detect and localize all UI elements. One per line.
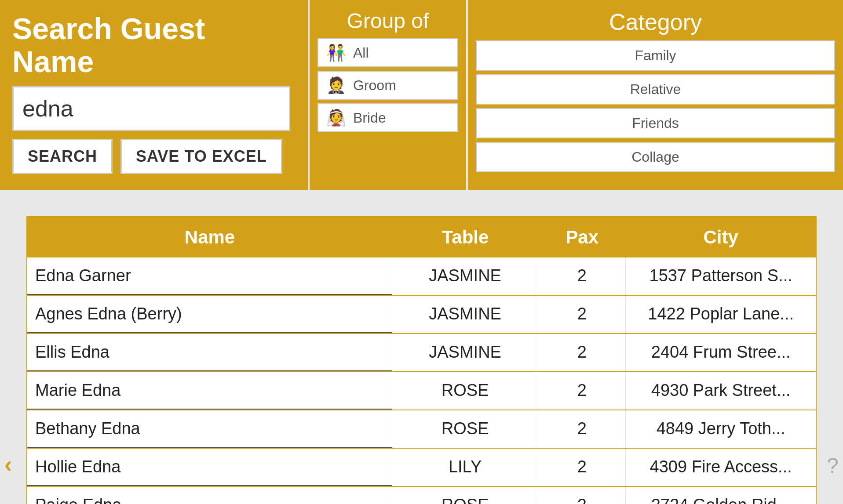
search-input[interactable]: [12, 86, 290, 131]
col-header-name: Name: [27, 217, 392, 257]
cell-table: ROSE: [392, 410, 538, 448]
category-panel: Category Family Relative Friends Collage: [466, 0, 843, 190]
category-friends-button[interactable]: Friends: [476, 108, 835, 138]
group-bride-label: Bride: [353, 110, 386, 126]
cell-table: LILY: [392, 449, 538, 486]
table-row[interactable]: Edna Garner JASMINE 2 1537 Patterson S..…: [27, 257, 816, 296]
cell-name: Hollie Edna: [27, 449, 392, 486]
cell-pax: 2: [538, 296, 626, 333]
cell-pax: 2: [538, 449, 626, 486]
top-section: Search Guest Name SEARCH SAVE TO EXCEL G…: [0, 0, 843, 190]
category-title: Category: [476, 9, 835, 35]
cell-table: JASMINE: [392, 296, 538, 333]
table-row[interactable]: Hollie Edna LILY 2 4309 Fire Access...: [27, 449, 816, 487]
cell-table: ROSE: [392, 487, 538, 504]
table-row[interactable]: Marie Edna ROSE 2 4930 Park Street...: [27, 372, 816, 410]
all-icon: 👫: [326, 44, 346, 62]
cell-name: Bethany Edna: [27, 410, 392, 448]
cell-pax: 2: [538, 257, 626, 295]
cell-name: Ellis Edna: [27, 334, 392, 371]
cell-table: JASMINE: [392, 334, 538, 371]
col-header-city: City: [626, 217, 816, 257]
search-title: Search Guest Name: [12, 12, 290, 78]
group-groom-label: Groom: [353, 77, 396, 94]
groom-icon: 🤵: [326, 76, 346, 94]
cell-pax: 2: [538, 410, 626, 448]
cell-city: 1422 Poplar Lane...: [626, 296, 816, 333]
nav-left-button[interactable]: ‹: [4, 451, 12, 478]
search-button[interactable]: SEARCH: [12, 139, 113, 174]
cell-pax: 2: [538, 372, 626, 410]
cell-table: ROSE: [392, 372, 538, 410]
bride-icon: 👰: [326, 109, 346, 127]
group-groom-button[interactable]: 🤵 Groom: [317, 71, 458, 100]
table-row[interactable]: Ellis Edna JASMINE 2 2404 Frum Stree...: [27, 334, 816, 372]
group-of-panel: Group of 👫 All 🤵 Groom 👰 Bride: [308, 0, 466, 190]
cell-city: 2724 Golden Rid...: [626, 487, 816, 504]
group-bride-button[interactable]: 👰 Bride: [317, 103, 458, 132]
cell-name: Agnes Edna (Berry): [27, 296, 392, 333]
cell-name: Paige Edna: [27, 487, 392, 504]
group-all-label: All: [353, 45, 369, 61]
cell-name: Marie Edna: [27, 372, 392, 410]
nav-right-button[interactable]: ?: [827, 453, 839, 478]
cell-name: Edna Garner: [27, 257, 392, 295]
category-collage-button[interactable]: Collage: [476, 142, 835, 172]
cell-pax: 2: [538, 334, 626, 371]
cell-city: 2404 Frum Stree...: [626, 334, 816, 371]
cell-city: 4309 Fire Access...: [626, 449, 816, 486]
table-row[interactable]: Agnes Edna (Berry) JASMINE 2 1422 Poplar…: [27, 296, 816, 334]
group-of-title: Group of: [317, 9, 458, 33]
category-relative-button[interactable]: Relative: [476, 74, 835, 105]
cell-pax: 2: [538, 487, 626, 504]
table-header: Name Table Pax City: [27, 217, 816, 257]
table-row[interactable]: Bethany Edna ROSE 2 4849 Jerry Toth...: [27, 410, 816, 449]
category-family-button[interactable]: Family: [476, 40, 835, 71]
cell-city: 4930 Park Street...: [626, 372, 816, 410]
search-buttons: SEARCH SAVE TO EXCEL: [12, 139, 290, 174]
col-header-table: Table: [392, 217, 538, 257]
cell-table: JASMINE: [392, 257, 538, 295]
group-all-button[interactable]: 👫 All: [317, 38, 458, 67]
table-row[interactable]: Paige Edna ROSE 2 2724 Golden Rid...: [27, 487, 816, 504]
spacer: [0, 190, 843, 216]
cell-city: 1537 Patterson S...: [626, 257, 816, 295]
save-to-excel-button[interactable]: SAVE TO EXCEL: [120, 139, 282, 174]
results-table: Name Table Pax City Edna Garner JASMINE …: [26, 216, 817, 504]
search-panel: Search Guest Name SEARCH SAVE TO EXCEL: [0, 0, 308, 190]
col-header-pax: Pax: [538, 217, 626, 257]
cell-city: 4849 Jerry Toth...: [626, 410, 816, 448]
